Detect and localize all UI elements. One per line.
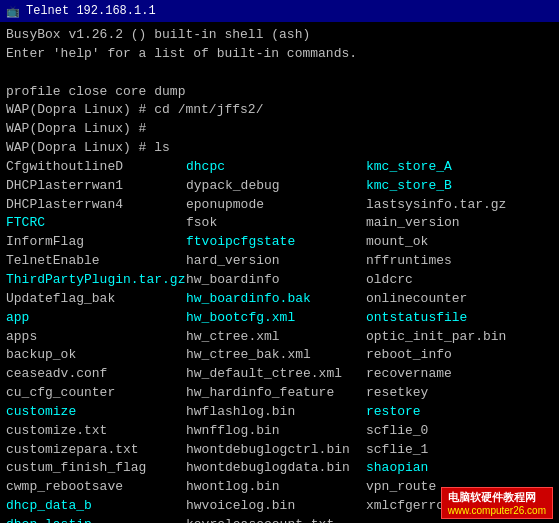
file-entry: lastsysinfo.tar.gz xyxy=(366,196,553,215)
file-entry: backup_ok xyxy=(6,346,186,365)
cd-line: WAP(Dopra Linux) # cd /mnt/jffs2/ xyxy=(6,101,553,120)
file-entry: oldcrc xyxy=(366,271,553,290)
file-list: CfgwithoutlineDdhcpckmc_store_ADHCPlaste… xyxy=(6,158,553,523)
file-entry: fsok xyxy=(186,214,366,233)
file-entry: DHCPlasterrwan1 xyxy=(6,177,186,196)
file-entry: hw_hardinfo_feature xyxy=(186,384,366,403)
profile-line: profile close core dump xyxy=(6,83,553,102)
file-entry: main_version xyxy=(366,214,553,233)
file-entry: Updateflag_bak xyxy=(6,290,186,309)
prompt-line-1: WAP(Dopra Linux) # xyxy=(6,120,553,139)
file-entry: hwontdebuglogdata.bin xyxy=(186,459,366,478)
file-entry: hard_version xyxy=(186,252,366,271)
file-entry: kmc_store_B xyxy=(366,177,553,196)
file-entry: optic_init_par.bin xyxy=(366,328,553,347)
file-entry: dhcpc xyxy=(186,158,366,177)
file-entry: dhcp_lastip xyxy=(6,516,186,523)
file-entry: dhcp_data_b xyxy=(6,497,186,516)
file-entry: customize xyxy=(6,403,186,422)
file-entry: hwvoicelog.bin xyxy=(186,497,366,516)
watermark-text: 电脑软硬件教程网 xyxy=(448,490,546,505)
ls-line: WAP(Dopra Linux) # ls xyxy=(6,139,553,158)
file-entry: hw_bootcfg.xml xyxy=(186,309,366,328)
file-entry: ontstatusfile xyxy=(366,309,553,328)
blank-line-1 xyxy=(6,64,553,83)
file-entry: restore xyxy=(366,403,553,422)
file-entry: hw_default_ctree.xml xyxy=(186,365,366,384)
file-entry: DHCPlasterrwan4 xyxy=(6,196,186,215)
watermark: 电脑软硬件教程网 www.computer26.com xyxy=(441,487,553,519)
file-entry: mount_ok xyxy=(366,233,553,252)
help-line: Enter 'help' for a list of built-in comm… xyxy=(6,45,553,64)
title-icon: 📺 xyxy=(6,5,20,18)
file-entry: hw_boardinfo.bak xyxy=(186,290,366,309)
file-entry: hw_ctree.xml xyxy=(186,328,366,347)
file-entry: shaopian xyxy=(366,459,553,478)
file-entry: customize.txt xyxy=(6,422,186,441)
watermark-url: www.computer26.com xyxy=(448,505,546,516)
terminal: BusyBox v1.26.2 () built-in shell (ash) … xyxy=(0,22,559,523)
file-entry: TelnetEnable xyxy=(6,252,186,271)
file-entry: scflie_0 xyxy=(366,422,553,441)
file-entry: custum_finish_flag xyxy=(6,459,186,478)
file-entry: hwflashlog.bin xyxy=(186,403,366,422)
file-entry: cwmp_rebootsave xyxy=(6,478,186,497)
file-entry: hwnfflog.bin xyxy=(186,422,366,441)
file-entry: eponupmode xyxy=(186,196,366,215)
file-entry: kmc_store_A xyxy=(366,158,553,177)
file-entry: reboot_info xyxy=(366,346,553,365)
file-entry: ceaseadv.conf xyxy=(6,365,186,384)
file-entry: onlinecounter xyxy=(366,290,553,309)
file-entry: InformFlag xyxy=(6,233,186,252)
title-label: Telnet 192.168.1.1 xyxy=(26,4,156,18)
file-entry: ThirdPartyPlugin.tar.gz xyxy=(6,271,186,290)
file-entry: nffruntimes xyxy=(366,252,553,271)
file-entry: CfgwithoutlineD xyxy=(6,158,186,177)
file-entry: resetkey xyxy=(366,384,553,403)
file-entry: hw_boardinfo xyxy=(186,271,366,290)
file-entry: hwontdebuglogctrl.bin xyxy=(186,441,366,460)
title-bar: 📺 Telnet 192.168.1.1 xyxy=(0,0,559,22)
file-entry: hwontlog.bin xyxy=(186,478,366,497)
file-entry: app xyxy=(6,309,186,328)
file-entry: scflie_1 xyxy=(366,441,553,460)
file-entry: ftvoipcfgstate xyxy=(186,233,366,252)
file-entry: hw_ctree_bak.xml xyxy=(186,346,366,365)
file-entry: customizepara.txt xyxy=(6,441,186,460)
file-entry: apps xyxy=(6,328,186,347)
file-entry: dypack_debug xyxy=(186,177,366,196)
file-entry: FTCRC xyxy=(6,214,186,233)
file-entry: keyreleasecount.txt xyxy=(186,516,366,523)
file-entry: recovername xyxy=(366,365,553,384)
file-entry: cu_cfg_counter xyxy=(6,384,186,403)
busybox-line: BusyBox v1.26.2 () built-in shell (ash) xyxy=(6,26,553,45)
